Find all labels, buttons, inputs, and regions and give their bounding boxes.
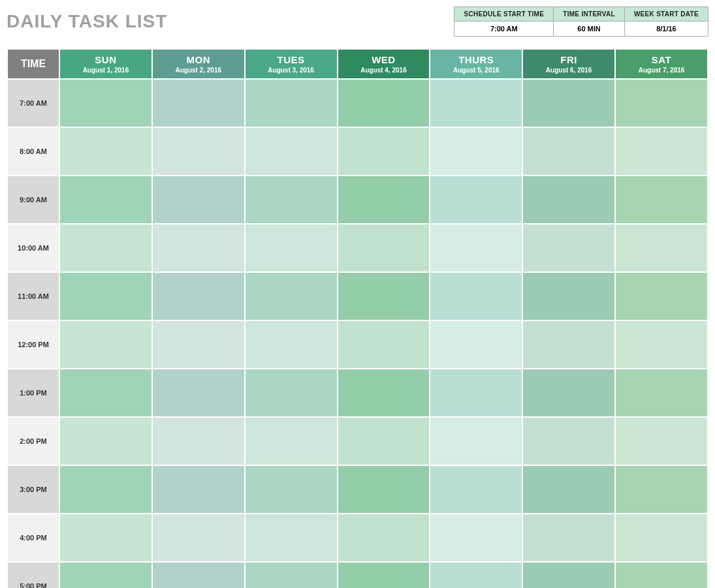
- schedule-slot[interactable]: [430, 320, 522, 369]
- settings-header-week-start: WEEK START DATE: [624, 7, 708, 22]
- schedule-slot[interactable]: [615, 465, 708, 514]
- schedule-slot[interactable]: [59, 127, 152, 176]
- day-date: August 2, 2016: [153, 67, 244, 74]
- schedule-slot[interactable]: [245, 272, 338, 320]
- schedule-slot[interactable]: [522, 127, 615, 176]
- schedule-slot[interactable]: [430, 79, 522, 127]
- schedule-slot[interactable]: [430, 562, 522, 588]
- schedule-slot[interactable]: [522, 562, 615, 588]
- schedule-slot[interactable]: [430, 465, 522, 514]
- settings-value-start-time[interactable]: 7:00 AM: [454, 22, 554, 37]
- schedule-slot[interactable]: [152, 176, 245, 224]
- schedule-slot[interactable]: [245, 176, 338, 224]
- schedule-slot[interactable]: [430, 224, 522, 272]
- day-abbr: SUN: [60, 54, 151, 65]
- schedule-slot[interactable]: [615, 562, 708, 588]
- schedule-slot[interactable]: [338, 272, 430, 320]
- day-date: August 1, 2016: [60, 67, 151, 74]
- schedule-slot[interactable]: [338, 79, 430, 127]
- schedule-slot[interactable]: [245, 127, 338, 176]
- schedule-slot[interactable]: [338, 176, 430, 224]
- schedule-slot[interactable]: [522, 320, 615, 369]
- schedule-slot[interactable]: [430, 369, 522, 417]
- schedule-slot[interactable]: [59, 465, 152, 514]
- schedule-slot[interactable]: [615, 79, 708, 127]
- schedule-slot[interactable]: [338, 127, 430, 176]
- schedule-slot[interactable]: [245, 79, 338, 127]
- schedule-slot[interactable]: [152, 320, 245, 369]
- settings-value-interval[interactable]: 60 MIN: [554, 22, 625, 37]
- schedule-slot[interactable]: [152, 465, 245, 514]
- schedule-slot[interactable]: [522, 79, 615, 127]
- schedule-slot[interactable]: [615, 369, 708, 417]
- schedule-slot[interactable]: [59, 514, 152, 562]
- schedule-slot[interactable]: [522, 369, 615, 417]
- time-label: 3:00 PM: [7, 465, 59, 514]
- schedule-slot[interactable]: [245, 417, 338, 465]
- schedule-slot[interactable]: [59, 272, 152, 320]
- schedule-slot[interactable]: [59, 320, 152, 369]
- schedule-slot[interactable]: [615, 272, 708, 320]
- day-header-fri: FRI August 6, 2016: [522, 49, 615, 79]
- schedule-slot[interactable]: [338, 465, 430, 514]
- time-label: 4:00 PM: [7, 514, 59, 562]
- schedule-slot[interactable]: [338, 224, 430, 272]
- schedule-slot[interactable]: [615, 224, 708, 272]
- time-label: 12:00 PM: [7, 320, 59, 369]
- schedule-slot[interactable]: [615, 127, 708, 176]
- schedule-slot[interactable]: [430, 514, 522, 562]
- schedule-slot[interactable]: [245, 320, 338, 369]
- day-abbr: TUES: [246, 54, 337, 65]
- schedule-slot[interactable]: [522, 465, 615, 514]
- schedule-slot[interactable]: [430, 272, 522, 320]
- day-header-thu: THURS August 5, 2016: [430, 49, 522, 79]
- schedule-slot[interactable]: [245, 465, 338, 514]
- page-title: DAILY TASK LIST: [7, 11, 167, 32]
- schedule-slot[interactable]: [59, 369, 152, 417]
- schedule-slot[interactable]: [59, 224, 152, 272]
- schedule-slot[interactable]: [152, 127, 245, 176]
- schedule-slot[interactable]: [152, 417, 245, 465]
- schedule-slot[interactable]: [245, 224, 338, 272]
- time-label: 10:00 AM: [7, 224, 59, 272]
- day-date: August 7, 2016: [616, 67, 707, 74]
- schedule-slot[interactable]: [245, 369, 338, 417]
- day-date: August 6, 2016: [523, 67, 614, 74]
- schedule-slot[interactable]: [59, 176, 152, 224]
- schedule-slot[interactable]: [615, 514, 708, 562]
- settings-panel: SCHEDULE START TIME TIME INTERVAL WEEK S…: [454, 7, 708, 37]
- schedule-slot[interactable]: [522, 176, 615, 224]
- schedule-slot[interactable]: [522, 224, 615, 272]
- schedule-slot[interactable]: [338, 514, 430, 562]
- schedule-slot[interactable]: [522, 514, 615, 562]
- time-label: 9:00 AM: [7, 176, 59, 224]
- schedule-slot[interactable]: [59, 417, 152, 465]
- schedule-slot[interactable]: [615, 417, 708, 465]
- schedule-slot[interactable]: [245, 514, 338, 562]
- schedule-grid: TIME SUN August 1, 2016 MON August 2, 20…: [7, 48, 708, 588]
- schedule-slot[interactable]: [522, 272, 615, 320]
- day-date: August 4, 2016: [338, 67, 430, 74]
- schedule-slot[interactable]: [615, 320, 708, 369]
- schedule-slot[interactable]: [338, 320, 430, 369]
- schedule-slot[interactable]: [430, 417, 522, 465]
- schedule-slot[interactable]: [430, 176, 522, 224]
- schedule-slot[interactable]: [522, 417, 615, 465]
- schedule-slot[interactable]: [152, 272, 245, 320]
- schedule-slot[interactable]: [152, 562, 245, 588]
- schedule-slot[interactable]: [152, 369, 245, 417]
- schedule-slot[interactable]: [615, 176, 708, 224]
- schedule-slot[interactable]: [152, 79, 245, 127]
- schedule-slot[interactable]: [338, 369, 430, 417]
- time-column-header: TIME: [7, 49, 59, 79]
- schedule-slot[interactable]: [338, 562, 430, 588]
- settings-value-week-start[interactable]: 8/1/16: [624, 22, 708, 37]
- schedule-slot[interactable]: [59, 79, 152, 127]
- schedule-slot[interactable]: [152, 224, 245, 272]
- schedule-slot[interactable]: [338, 417, 430, 465]
- day-date: August 5, 2016: [430, 67, 522, 74]
- schedule-slot[interactable]: [430, 127, 522, 176]
- schedule-slot[interactable]: [59, 562, 152, 588]
- schedule-slot[interactable]: [152, 514, 245, 562]
- schedule-slot[interactable]: [245, 562, 338, 588]
